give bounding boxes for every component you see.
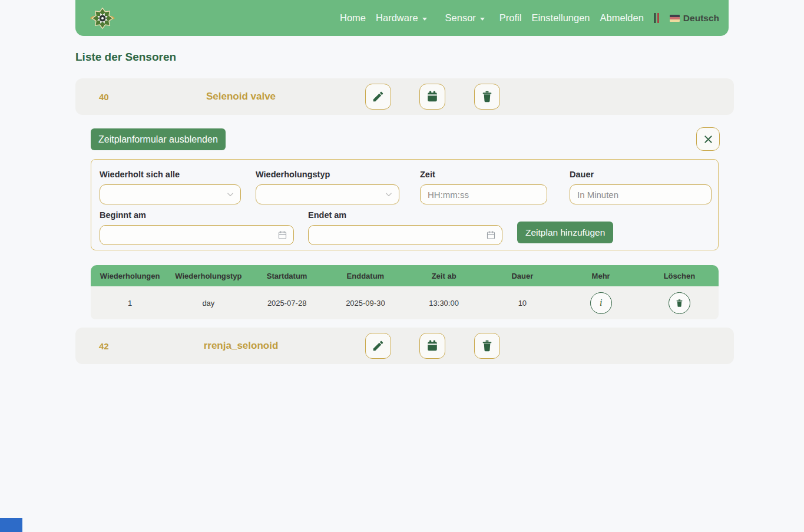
col-wiederholungstyp: Wiederholungstyp bbox=[169, 272, 247, 280]
cell-enddatum: 2025-09-30 bbox=[326, 299, 405, 308]
chevron-down-icon bbox=[480, 18, 485, 21]
repeat-every-select[interactable] bbox=[100, 184, 241, 204]
page-title: Liste der Sensoren bbox=[75, 51, 176, 64]
chevron-down-icon bbox=[385, 190, 393, 199]
language-label: Deutsch bbox=[683, 13, 719, 24]
edit-sensor-button[interactable] bbox=[365, 84, 391, 110]
schedule-sensor-button[interactable] bbox=[419, 333, 445, 359]
delete-sensor-button[interactable] bbox=[474, 84, 500, 110]
time-input[interactable] bbox=[420, 184, 547, 204]
nav-item-einstellungen[interactable]: Einstellungen bbox=[531, 12, 590, 24]
nav-divider bbox=[654, 13, 659, 23]
calendar-icon bbox=[426, 339, 439, 352]
repeat-type-select[interactable] bbox=[256, 184, 399, 204]
col-mehr: Mehr bbox=[562, 272, 640, 280]
cell-startdatum: 2025-07-28 bbox=[248, 299, 326, 308]
cell-dauer: 10 bbox=[483, 299, 561, 308]
trash-icon bbox=[675, 299, 684, 308]
delete-sensor-button[interactable] bbox=[474, 333, 500, 359]
time-label: Zeit bbox=[420, 170, 547, 179]
sensor-row-40: 40 Selenoid valve bbox=[75, 78, 734, 115]
edit-sensor-button[interactable] bbox=[365, 333, 391, 359]
sensor-id: 40 bbox=[99, 92, 109, 102]
end-date-label: Endet am bbox=[308, 210, 502, 220]
nav-item-sensor[interactable]: Sensor bbox=[445, 12, 485, 24]
calendar-outline-icon bbox=[277, 230, 287, 240]
nav-item-sensor-label: Sensor bbox=[445, 12, 476, 24]
trash-icon bbox=[481, 90, 494, 103]
chevron-down-icon bbox=[226, 190, 234, 199]
repeat-type-label: Wiederholungstyp bbox=[256, 170, 399, 179]
col-startdatum: Startdatum bbox=[248, 272, 326, 280]
sensor-row-42: 42 rrenja_selonoid bbox=[75, 328, 734, 364]
repeat-every-label: Wiederholt sich alle bbox=[100, 170, 241, 179]
app-logo[interactable] bbox=[90, 5, 115, 31]
nav-item-home[interactable]: Home bbox=[340, 12, 366, 24]
end-date-input[interactable] bbox=[308, 225, 502, 245]
info-icon: i bbox=[600, 298, 602, 308]
german-flag-icon bbox=[670, 15, 680, 22]
col-dauer: Dauer bbox=[483, 272, 561, 280]
schedule-info-button[interactable]: i bbox=[590, 292, 612, 314]
pencil-icon bbox=[372, 339, 385, 352]
cell-mehr: i bbox=[562, 292, 640, 314]
nav-item-profil[interactable]: Profil bbox=[499, 12, 522, 24]
nav-item-hardware[interactable]: Hardware bbox=[376, 12, 427, 24]
chevron-down-icon bbox=[422, 18, 427, 21]
cell-loeschen bbox=[640, 292, 719, 314]
close-schedule-button[interactable] bbox=[696, 127, 720, 151]
nav-item-abmelden[interactable]: Abmelden bbox=[600, 12, 644, 24]
cell-zeit-ab: 13:30:00 bbox=[405, 299, 483, 308]
table-header-row: Wiederholungen Wiederholungstyp Startdat… bbox=[91, 265, 719, 286]
sensor-name: Selenoid valve bbox=[132, 91, 350, 103]
calendar-outline-icon bbox=[486, 230, 496, 240]
schedule-sensor-button[interactable] bbox=[419, 84, 445, 110]
start-date-input[interactable] bbox=[100, 225, 294, 245]
language-switcher[interactable]: Deutsch bbox=[670, 13, 719, 24]
calendar-icon bbox=[426, 90, 439, 103]
col-wiederholungen: Wiederholungen bbox=[91, 272, 169, 280]
start-date-label: Beginnt am bbox=[100, 210, 294, 220]
duration-input[interactable] bbox=[570, 184, 712, 204]
col-zeit-ab: Zeit ab bbox=[405, 272, 483, 280]
schedule-form: Wiederholt sich alle Wiederholungstyp Ze… bbox=[91, 159, 719, 250]
hide-schedule-form-button[interactable]: Zeitplanformular ausblenden bbox=[91, 128, 226, 150]
cell-wiederholungstyp: day bbox=[169, 299, 247, 308]
trash-icon bbox=[481, 339, 494, 352]
sensor-id: 42 bbox=[99, 341, 109, 351]
star-emblem-icon bbox=[90, 5, 115, 31]
delete-schedule-button[interactable] bbox=[669, 292, 690, 314]
schedule-table: Wiederholungen Wiederholungstyp Startdat… bbox=[91, 265, 719, 319]
col-loeschen: Löschen bbox=[640, 272, 719, 280]
sensor-name: rrenja_selonoid bbox=[132, 340, 350, 352]
nav-item-hardware-label: Hardware bbox=[376, 12, 418, 24]
table-row: 1 day 2025-07-28 2025-09-30 13:30:00 10 … bbox=[91, 286, 719, 319]
navbar: Home Hardware Sensor Profil Einstellunge… bbox=[75, 0, 729, 36]
nav-menu: Home Hardware Sensor Profil Einstellunge… bbox=[340, 12, 719, 24]
screen-corner-artifact bbox=[0, 518, 22, 532]
pencil-icon bbox=[372, 90, 385, 103]
cell-wiederholungen: 1 bbox=[91, 299, 169, 308]
col-enddatum: Enddatum bbox=[326, 272, 405, 280]
close-icon bbox=[703, 134, 714, 145]
add-schedule-button[interactable]: Zeitplan hinzufügen bbox=[517, 222, 613, 243]
duration-label: Dauer bbox=[570, 170, 712, 179]
